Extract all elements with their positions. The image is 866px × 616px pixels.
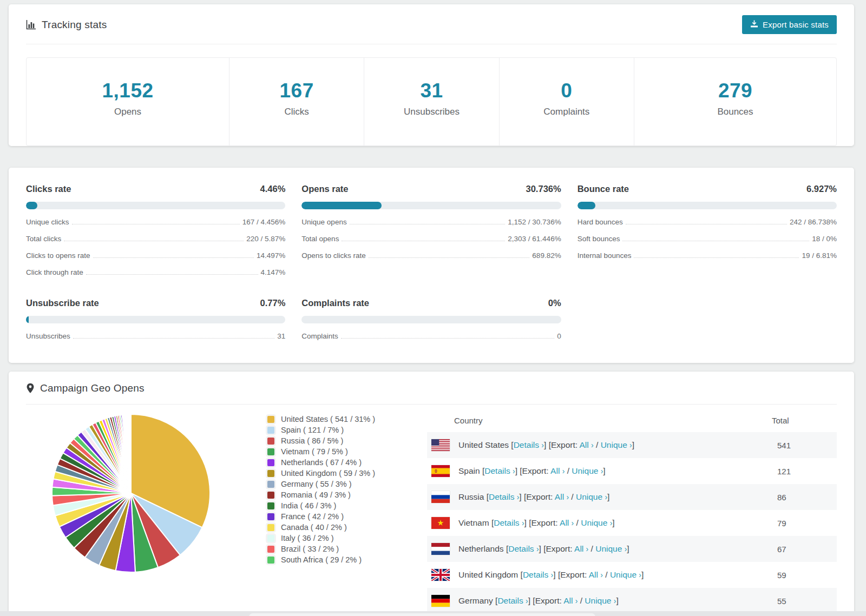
details-link[interactable]: Details ›	[523, 570, 553, 579]
legend-swatch	[267, 502, 274, 509]
flag-nl-icon	[431, 543, 450, 555]
column-header-country: Country	[427, 416, 772, 425]
export-unique-link[interactable]: Unique ›	[581, 518, 612, 527]
rate-detail-row: Unique opens1,152 / 30.736%	[301, 218, 561, 226]
legend-label: Vietnam ( 79 / 5% )	[281, 448, 348, 456]
rate-progress-bar	[26, 202, 285, 209]
export-all-link[interactable]: All ›	[555, 492, 569, 501]
geo-country-cell: United Kingdom [Details ›] [Export: All …	[458, 570, 777, 580]
dotted-leader	[342, 241, 505, 241]
rate-head: Bounce rate6.927%	[578, 184, 837, 194]
stat-cell-bounces: 279Bounces	[634, 58, 836, 145]
export-unique-link[interactable]: Unique ›	[610, 570, 641, 579]
geo-total-cell: 67	[777, 545, 837, 554]
country-name: Germany	[458, 596, 495, 605]
export-all-link[interactable]: All ›	[574, 544, 588, 553]
export-all-link[interactable]: All ›	[550, 466, 565, 475]
rate-value: 0%	[548, 298, 561, 308]
export-prefix: Export:	[522, 466, 551, 475]
rate-progress-fill	[301, 202, 381, 209]
geo-table-row-vietnam: Vietnam [Details ›] [Export: All › / Uni…	[427, 510, 837, 536]
geo-table-row-united-states: United States [Details ›] [Export: All ›…	[427, 432, 837, 458]
geo-country-cell: United States [Details ›] [Export: All ›…	[458, 440, 777, 450]
bracket: ]	[627, 544, 629, 553]
details-link[interactable]: Details ›	[497, 596, 528, 605]
legend-swatch	[267, 438, 274, 445]
details-link[interactable]: Details ›	[484, 466, 515, 475]
rate-value: 4.46%	[260, 184, 286, 194]
export-basic-stats-button[interactable]: Export basic stats	[742, 15, 837, 34]
stat-label: Clicks	[229, 107, 364, 117]
export-unique-link[interactable]: Unique ›	[572, 466, 603, 475]
map-pin-icon	[26, 383, 35, 394]
rate-detail-row: Hard bounces242 / 86.738%	[578, 218, 837, 226]
stat-label: Bounces	[634, 107, 836, 117]
pie-legend: United States ( 541 / 31% )Spain ( 121 /…	[267, 409, 422, 614]
rates-card: Clicks rate4.46%Unique clicks167 / 4.456…	[9, 168, 854, 363]
legend-item-france: France ( 42 / 2% )	[267, 513, 422, 521]
flag-ru-icon	[431, 491, 450, 503]
slash: /	[565, 466, 572, 475]
geo-opens-title: Campaign Geo Opens	[40, 382, 145, 394]
rate-detail-value: 18 / 0%	[812, 235, 837, 243]
geo-total-cell: 86	[777, 493, 837, 502]
export-basic-stats-label: Export basic stats	[763, 20, 829, 29]
rate-detail-label: Soft bounces	[578, 235, 620, 243]
slash: /	[574, 518, 581, 527]
country-name: Russia	[458, 492, 487, 501]
details-link[interactable]: Details ›	[514, 440, 544, 449]
dotted-leader	[634, 257, 799, 258]
export-all-link[interactable]: All ›	[589, 570, 603, 579]
geo-total-cell: 59	[777, 571, 837, 580]
legend-swatch	[267, 557, 274, 564]
stat-label: Opens	[27, 107, 229, 117]
rate-progress-fill	[26, 316, 29, 323]
geo-country-cell: Netherlands [Details ›] [Export: All › /…	[458, 544, 777, 554]
legend-label: Germany ( 55 / 3% )	[281, 480, 352, 488]
geo-country-cell: Germany [Details ›] [Export: All › / Uni…	[458, 596, 777, 606]
dotted-leader	[86, 274, 258, 275]
export-unique-link[interactable]: Unique ›	[576, 492, 607, 501]
dotted-leader	[72, 224, 240, 224]
legend-item-spain: Spain ( 121 / 7% )	[267, 426, 422, 434]
rate-title: Unsubscribe rate	[26, 298, 99, 308]
legend-swatch	[267, 546, 274, 553]
export-all-link[interactable]: All ›	[560, 518, 574, 527]
geo-country-table: Country Total United States [Details ›] …	[427, 409, 837, 614]
legend-item-russia: Russia ( 86 / 5% )	[267, 437, 422, 445]
export-all-link[interactable]: All ›	[563, 596, 578, 605]
details-link[interactable]: Details ›	[508, 544, 539, 553]
rate-detail-value: 242 / 86.738%	[790, 218, 837, 226]
country-name: United States	[458, 440, 511, 449]
bracket: ] [	[553, 570, 560, 579]
tracking-stats-title: Tracking stats	[42, 19, 107, 31]
details-link[interactable]: Details ›	[489, 492, 519, 501]
rate-detail-row: Internal bounces19 / 6.81%	[578, 251, 837, 260]
slash: /	[588, 544, 595, 553]
geo-opens-card: Campaign Geo Opens United States ( 541 /…	[9, 372, 854, 616]
export-all-link[interactable]: All ›	[580, 440, 594, 449]
stat-value: 167	[229, 80, 364, 102]
rate-block-clicks-rate: Clicks rate4.46%Unique clicks167 / 4.456…	[26, 182, 285, 276]
export-unique-link[interactable]: Unique ›	[601, 440, 632, 449]
export-prefix: Export:	[535, 596, 564, 605]
country-name: United Kingdom	[458, 570, 521, 579]
export-unique-link[interactable]: Unique ›	[595, 544, 627, 553]
export-unique-link[interactable]: Unique ›	[585, 596, 616, 605]
rate-progress-fill	[26, 202, 37, 209]
geo-total-cell: 121	[777, 467, 837, 476]
rate-block-opens-rate: Opens rate30.736%Unique opens1,152 / 30.…	[301, 182, 561, 260]
stats-summary: 1,152Opens167Clicks31Unsubscribes0Compla…	[26, 57, 837, 146]
legend-swatch	[267, 535, 274, 542]
rate-progress-bar	[578, 202, 837, 209]
bracket: ] [	[528, 596, 535, 605]
legend-label: Canada ( 40 / 2% )	[281, 524, 347, 532]
rate-detail-value: 689.82%	[532, 251, 561, 260]
rate-detail-value: 220 / 5.87%	[246, 235, 285, 243]
details-link[interactable]: Details ›	[494, 518, 524, 527]
rate-title: Bounce rate	[578, 184, 629, 194]
rate-detail-row: Total clicks220 / 5.87%	[26, 235, 285, 243]
rate-progress-bar	[301, 316, 561, 323]
rate-detail-label: Click through rate	[26, 268, 83, 276]
stat-value: 31	[364, 80, 498, 102]
